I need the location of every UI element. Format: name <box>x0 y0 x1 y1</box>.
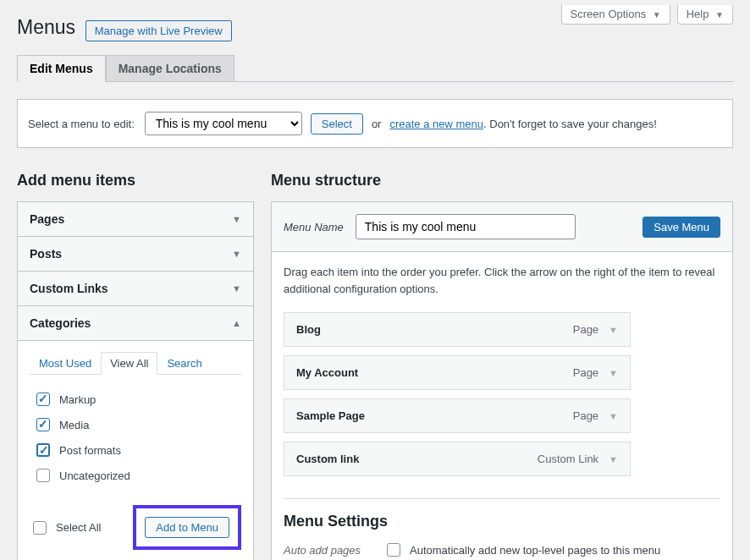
auto-add-pages-label: Auto add pages <box>284 544 368 557</box>
menu-select-dropdown[interactable]: This is my cool menu <box>145 112 302 135</box>
select-all-label: Select All <box>56 521 101 534</box>
add-menu-items-heading: Add menu items <box>17 172 254 189</box>
caret-down-icon[interactable]: ▼ <box>609 411 618 421</box>
menu-frame: Menu Name Save Menu Drag each item into … <box>271 201 733 560</box>
category-label: Media <box>59 419 89 431</box>
category-item-post-formats[interactable]: Post formats <box>33 437 238 463</box>
select-menu-button[interactable]: Select <box>311 113 363 135</box>
panel-categories-label: Categories <box>30 316 91 330</box>
menu-item[interactable]: Custom link Custom Link ▼ <box>284 442 631 476</box>
category-checkbox-media[interactable] <box>36 418 50 431</box>
screen-options-toggle[interactable]: Screen Options ▼ <box>561 5 670 25</box>
nav-tabs: Edit MenusManage Locations <box>17 54 733 82</box>
page-title: Menus <box>17 8 75 42</box>
screen-options-label: Screen Options <box>571 8 647 20</box>
menu-name-input[interactable] <box>356 214 576 239</box>
menu-settings-heading: Menu Settings <box>284 513 720 530</box>
auto-add-pages-option[interactable]: Automatically add new top-level pages to… <box>383 541 660 559</box>
menu-items-accordion: Pages ▼ Posts ▼ Custom Links ▼ Categorie… <box>17 201 254 560</box>
panel-custom-links-label: Custom Links <box>30 282 108 295</box>
menu-item-name: My Account <box>296 366 358 379</box>
menu-item[interactable]: My Account Page ▼ <box>284 355 631 390</box>
panel-pages[interactable]: Pages ▼ <box>18 202 253 237</box>
category-checkbox-post-formats[interactable] <box>36 443 50 457</box>
auto-add-pages-checkbox[interactable] <box>387 543 400 557</box>
live-preview-button[interactable]: Manage with Live Preview <box>85 20 232 41</box>
caret-down-icon[interactable]: ▼ <box>609 368 618 378</box>
category-label: Post formats <box>59 444 121 457</box>
instructions-text: Drag each item into the order you prefer… <box>284 264 720 297</box>
panel-posts-label: Posts <box>30 247 62 261</box>
caret-up-icon: ▲ <box>232 318 241 328</box>
menu-item[interactable]: Blog Page ▼ <box>284 312 631 347</box>
menu-structure-heading: Menu structure <box>271 172 733 189</box>
category-sub-tabs: Most Used View All Search <box>30 351 241 375</box>
category-label: Uncategorized <box>59 469 130 482</box>
add-to-menu-button[interactable]: Add to Menu <box>145 517 229 538</box>
auto-add-pages-row: Auto add pages Automatically add new top… <box>284 541 720 559</box>
menu-name-label: Menu Name <box>284 221 344 233</box>
caret-down-icon: ▼ <box>715 10 724 19</box>
menu-item-type: Page <box>573 409 598 422</box>
menu-item-name: Custom link <box>296 453 359 465</box>
category-list: Markup Media Post formats Uncategor <box>18 383 253 491</box>
caret-down-icon: ▼ <box>232 214 241 224</box>
auto-add-pages-desc: Automatically add new top-level pages to… <box>410 544 660 557</box>
caret-down-icon: ▼ <box>232 249 241 259</box>
category-checkbox-uncategorized[interactable] <box>36 469 50 482</box>
menu-item-name: Sample Page <box>296 409 365 422</box>
menu-item-name: Blog <box>296 323 321 336</box>
panel-posts[interactable]: Posts ▼ <box>18 237 253 272</box>
category-checkbox-markup[interactable] <box>36 393 50 406</box>
category-label: Markup <box>59 393 96 406</box>
help-label: Help <box>687 8 709 20</box>
tab-edit-menus[interactable]: Edit Menus <box>17 55 106 82</box>
tab-manage-locations[interactable]: Manage Locations <box>106 55 234 81</box>
select-all-toggle[interactable]: Select All <box>30 519 101 537</box>
caret-down-icon: ▼ <box>232 283 241 294</box>
edit-bar-tail: . Don't forget to save your changes! <box>483 118 657 130</box>
category-item-uncategorized[interactable]: Uncategorized <box>33 463 238 488</box>
panel-categories[interactable]: Categories ▲ <box>18 306 253 341</box>
sub-tab-most-used[interactable]: Most Used <box>30 352 101 375</box>
category-item-markup[interactable]: Markup <box>33 387 238 412</box>
sub-tab-view-all[interactable]: View All <box>101 352 157 375</box>
menu-select-bar: Select a menu to edit: This is my cool m… <box>17 99 733 148</box>
help-toggle[interactable]: Help ▼ <box>677 5 733 25</box>
category-item-media[interactable]: Media <box>33 412 238 437</box>
or-text: or <box>372 118 382 130</box>
caret-down-icon[interactable]: ▼ <box>609 325 618 335</box>
menu-header: Menu Name Save Menu <box>272 202 732 252</box>
sub-tab-search[interactable]: Search <box>157 352 211 375</box>
select-all-checkbox[interactable] <box>33 521 47 535</box>
create-new-menu-link[interactable]: create a new menu <box>389 118 483 130</box>
separator <box>284 498 720 499</box>
panel-custom-links[interactable]: Custom Links ▼ <box>18 272 253 306</box>
save-menu-button[interactable]: Save Menu <box>642 217 720 238</box>
menu-item[interactable]: Sample Page Page ▼ <box>284 398 631 433</box>
caret-down-icon[interactable]: ▼ <box>609 454 618 464</box>
menu-item-type: Custom Link <box>538 453 598 465</box>
panel-categories-body: Most Used View All Search Markup Media <box>18 351 253 560</box>
menu-item-type: Page <box>573 323 598 336</box>
panel-pages-label: Pages <box>30 212 64 226</box>
select-menu-label: Select a menu to edit: <box>28 118 135 130</box>
menu-item-type: Page <box>573 366 598 379</box>
caret-down-icon: ▼ <box>653 10 661 19</box>
add-to-menu-highlight: Add to Menu <box>133 505 241 550</box>
